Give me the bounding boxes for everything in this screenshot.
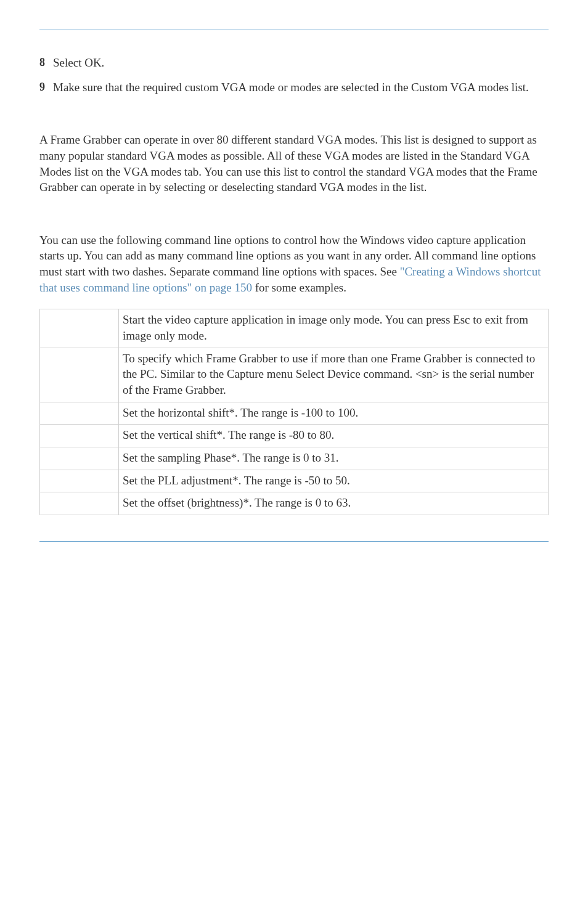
table-row: Set the PLL adjustment*. The range is -5… xyxy=(40,470,549,492)
command-line-paragraph: You can use the following command line o… xyxy=(39,232,549,296)
option-desc-cell: To specify which Frame Grabber to use if… xyxy=(119,348,549,402)
option-desc-cell: Set the vertical shift*. The range is -8… xyxy=(119,425,549,447)
top-divider xyxy=(39,30,549,30)
list-marker-9: 9 xyxy=(39,79,53,96)
option-key-cell xyxy=(40,348,119,402)
table-row: To specify which Frame Grabber to use if… xyxy=(40,348,549,402)
standard-modes-paragraph: A Frame Grabber can operate in over 80 d… xyxy=(39,132,549,195)
option-desc-cell: Set the offset (brightness)*. The range … xyxy=(119,492,549,515)
option-desc-cell: Set the sampling Phase*. The range is 0 … xyxy=(119,447,549,470)
bottom-divider xyxy=(39,541,549,542)
list-text-8: Select OK. xyxy=(53,55,549,71)
list-marker-8: 8 xyxy=(39,55,53,71)
table-row: Set the horizontal shift*. The range is … xyxy=(40,402,549,425)
list-item: 9 Make sure that the required custom VGA… xyxy=(39,79,549,96)
option-key-cell xyxy=(40,425,119,447)
list-item: 8 Select OK. xyxy=(39,55,549,71)
option-key-cell xyxy=(40,470,119,492)
table-row: Start the video capture application in i… xyxy=(40,309,549,348)
option-desc-cell: Set the horizontal shift*. The range is … xyxy=(119,402,549,425)
options-table: Start the video capture application in i… xyxy=(39,309,549,515)
list-text-9: Make sure that the required custom VGA m… xyxy=(53,79,549,96)
option-key-cell xyxy=(40,309,119,348)
option-key-cell xyxy=(40,447,119,470)
option-key-cell xyxy=(40,402,119,425)
table-row: Set the vertical shift*. The range is -8… xyxy=(40,425,549,447)
table-row: Set the offset (brightness)*. The range … xyxy=(40,492,549,515)
table-row: Set the sampling Phase*. The range is 0 … xyxy=(40,447,549,470)
option-desc-cell: Set the PLL adjustment*. The range is -5… xyxy=(119,470,549,492)
option-desc-cell: Start the video capture application in i… xyxy=(119,309,549,348)
cli-para-post: for some examples. xyxy=(252,281,346,294)
option-key-cell xyxy=(40,492,119,515)
